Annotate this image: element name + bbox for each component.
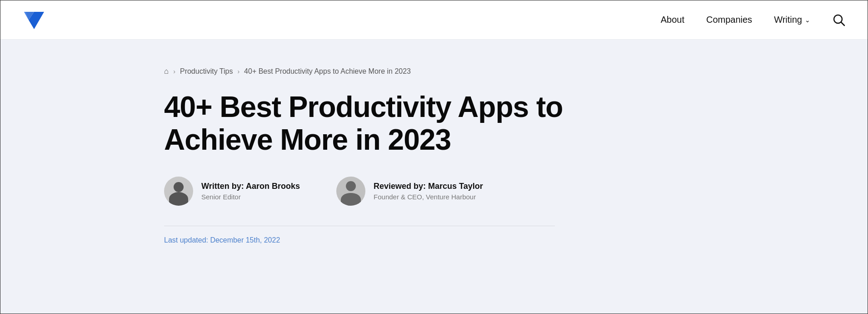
site-header: About Companies Writing ⌄ (0, 0, 868, 40)
nav-companies[interactable]: Companies (706, 15, 752, 25)
home-icon[interactable]: ⌂ (164, 67, 169, 76)
search-icon (832, 13, 846, 27)
author-info-aaron: Written by: Aaron Brooks Senior Editor (201, 182, 300, 201)
last-updated-text: Last updated: December 15th, 2022 (164, 236, 280, 244)
chevron-down-icon: ⌄ (805, 16, 810, 24)
article-title: 40+ Best Productivity Apps to Achieve Mo… (164, 91, 573, 157)
author-card-aaron: Written by: Aaron Brooks Senior Editor (164, 177, 300, 206)
nav-about[interactable]: About (661, 15, 684, 25)
author-card-marcus: Reviewed by: Marcus Taylor Founder & CEO… (336, 177, 483, 206)
author-role-aaron: Senior Editor (201, 193, 300, 201)
breadcrumb-productivity-tips[interactable]: Productivity Tips (180, 67, 233, 76)
main-content: ⌂ › Productivity Tips › 40+ Best Product… (0, 40, 868, 314)
breadcrumb-separator-1: › (173, 68, 175, 75)
breadcrumb-separator-2: › (237, 68, 239, 75)
breadcrumb: ⌂ › Productivity Tips › 40+ Best Product… (164, 67, 868, 76)
last-updated-row: Last updated: December 15th, 2022 (164, 226, 555, 244)
author-byline-aaron: Written by: Aaron Brooks (201, 182, 300, 191)
avatar-marcus (336, 177, 365, 206)
authors-row: Written by: Aaron Brooks Senior Editor R… (164, 177, 868, 206)
main-nav: About Companies Writing ⌄ (661, 13, 846, 27)
author-info-marcus: Reviewed by: Marcus Taylor Founder & CEO… (374, 182, 483, 201)
nav-writing[interactable]: Writing ⌄ (774, 15, 810, 25)
logo-area[interactable] (22, 10, 46, 30)
author-role-marcus: Founder & CEO, Venture Harbour (374, 193, 483, 201)
avatar-aaron (164, 177, 193, 206)
breadcrumb-current-page: 40+ Best Productivity Apps to Achieve Mo… (244, 67, 411, 76)
author-byline-marcus: Reviewed by: Marcus Taylor (374, 182, 483, 191)
page-wrapper: About Companies Writing ⌄ ⌂ › Productivi… (0, 0, 868, 314)
svg-line-4 (841, 22, 844, 25)
search-button[interactable] (832, 13, 846, 27)
site-logo (22, 10, 46, 30)
